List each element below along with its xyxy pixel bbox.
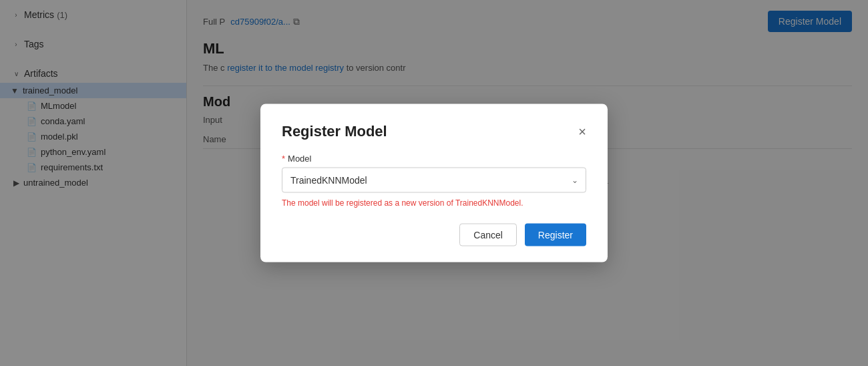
field-label-text: Model xyxy=(288,154,311,164)
modal-header: Register Model × xyxy=(282,123,586,140)
register-button[interactable]: Register xyxy=(525,224,586,246)
model-hint-text: The model will be registered as a new ve… xyxy=(282,198,586,208)
page-background: › Metrics (1) › Tags ∨ Artifacts ▼ train… xyxy=(0,0,868,366)
modal-close-button[interactable]: × xyxy=(578,125,586,138)
register-model-modal: Register Model × * Model TrainedKNNModel… xyxy=(260,104,608,262)
model-select-wrapper: TrainedKNNModel Create New Model ⌄ xyxy=(282,168,586,193)
required-star: * xyxy=(282,154,285,164)
modal-title: Register Model xyxy=(282,123,387,140)
cancel-button[interactable]: Cancel xyxy=(459,224,517,246)
model-select[interactable]: TrainedKNNModel Create New Model xyxy=(282,168,586,193)
model-field-label: * Model xyxy=(282,154,586,164)
modal-footer: Cancel Register xyxy=(282,224,586,246)
